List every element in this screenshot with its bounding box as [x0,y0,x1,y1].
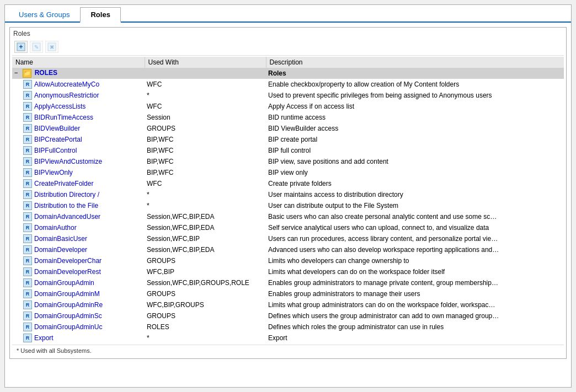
row-name: AllowAutocreateMyCo [34,80,99,88]
table-row[interactable]: R BIDRunTimeAccess Session BID runtime a… [12,112,564,123]
row-name: DomainGroupAdminUc [34,323,102,331]
row-name: DomainGroupAdminM [34,290,100,298]
row-usedwith: BIP,WFC [145,134,266,145]
table-row[interactable]: R DomainAdvancedUser Session,WFC,BIP,EDA… [12,211,564,222]
row-desc: Enables group administrators to manage t… [266,288,564,299]
table-row[interactable]: R CreatePrivateFolder WFC Create private… [12,178,564,189]
role-icon: R [23,135,32,144]
row-usedwith: * [145,189,266,200]
row-usedwith: BIP,WFC [145,156,266,167]
row-usedwith: BIP,WFC [145,145,266,156]
role-icon: R [23,146,32,155]
tab-roles[interactable]: Roles [80,7,120,23]
table-row[interactable]: R DomainDeveloperRest WFC,BIP Limits wha… [12,266,564,277]
row-desc: Used to prevent specific privileges from… [266,90,564,101]
table-row[interactable]: R DomainGroupAdmin Session,WFC,BIP,GROUP… [12,277,564,288]
root-row-desc: Roles [266,68,564,79]
row-desc: BIP full control [266,145,564,156]
row-name: DomainDeveloperRest [34,268,101,276]
table-row[interactable]: R Distribution to the File * User can di… [12,200,564,211]
row-usedwith: Session [145,112,266,123]
col-header-name: Name [12,57,145,68]
table-row[interactable]: R BIPViewAndCustomize BIP,WFC BIP view, … [12,156,564,167]
row-desc: Export [266,332,564,343]
row-desc: BID ViewBuilder access [266,123,564,134]
row-usedwith: GROUPS [145,310,266,321]
edit-icon: ✎ [32,42,41,51]
row-name: BIDViewBuilder [34,125,80,132]
delete-role-button[interactable]: ✖ [45,41,58,53]
row-name: DomainGroupAdmin [34,279,94,287]
tree-collapse-icon[interactable]: − [14,69,21,76]
row-name: BIPFullControl [34,147,77,154]
row-name: BIDRunTimeAccess [34,114,93,121]
row-usedwith: BIP,WFC [145,167,266,178]
root-row-usedwith [145,68,266,79]
row-usedwith: * [145,90,266,101]
row-name: DomainAuthor [34,224,77,232]
row-name: AnonymousRestrictior [34,92,99,99]
row-desc: Users can run procedures, access library… [266,233,564,244]
table-row[interactable]: R Distribution Directory / * User mainta… [12,189,564,200]
row-desc: Defines which users the group administra… [266,310,564,321]
table-row[interactable]: R DomainBasicUser Session,WFC,BIP Users … [12,233,564,244]
row-usedwith: Session,WFC,BIP,EDA [145,211,266,222]
table-row[interactable]: R DomainGroupAdminSc GROUPS Defines whic… [12,310,564,321]
table-row[interactable]: R AllowAutocreateMyCo WFC Enable checkbo… [12,79,564,90]
table-row[interactable]: R DomainAuthor Session,WFC,BIP,EDA Self … [12,222,564,233]
row-desc: Apply Access if on access list [266,101,564,112]
row-desc: BIP view, save positions and add content [266,156,564,167]
table-row[interactable]: R AnonymousRestrictior * Used to prevent… [12,90,564,101]
row-usedwith: Session,WFC,BIP,GROUPS,ROLE [145,277,266,288]
table-row-root[interactable]: − 📁 ROLES Roles [12,68,564,79]
table-row[interactable]: R Export * Export [12,332,564,343]
table-row[interactable]: R ApplyAccessLists WFC Apply Access if o… [12,101,564,112]
table-row[interactable]: R BIPCreatePortal BIP,WFC BIP create por… [12,134,564,145]
table-row[interactable]: R BIDViewBuilder GROUPS BID ViewBuilder … [12,123,564,134]
roles-section: Roles + ✎ ✖ [9,27,567,359]
roles-toolbar: + ✎ ✖ [12,40,564,56]
row-name: BIPViewAndCustomize [34,158,102,165]
row-name: Distribution to the File [34,202,98,210]
edit-role-button[interactable]: ✎ [30,41,43,53]
table-row[interactable]: R BIPFullControl BIP,WFC BIP full contro… [12,145,564,156]
table-row[interactable]: R BIPViewOnly BIP,WFC BIP view only [12,167,564,178]
svg-text:+: + [19,43,23,51]
root-row-name: ROLES [35,69,57,77]
tab-users-groups[interactable]: Users & Groups [8,7,80,22]
row-desc: Limits who developers can change ownersh… [266,255,564,266]
role-icon: R [23,212,32,221]
row-desc: BIP view only [266,167,564,178]
table-row[interactable]: R DomainDeveloperChar GROUPS Limits who … [12,255,564,266]
footer-note: * Used with all Subsystems. [12,345,564,356]
role-icon: R [23,91,32,100]
role-icon: R [23,234,32,243]
role-icon: R [23,201,32,210]
row-usedwith: WFC [145,101,266,112]
table-row[interactable]: R DomainDeveloper Session,WFC,BIP,EDA Ad… [12,244,564,255]
table-row[interactable]: R DomainGroupAdminRe WFC,BIP,GROUPS Limi… [12,299,564,310]
roles-table-scroll[interactable]: Name Used With Description − 📁 ROLES Rol… [12,57,564,343]
row-desc: User maintains access to distribution di… [266,189,564,200]
row-usedwith: WFC,BIP,GROUPS [145,299,266,310]
svg-text:✎: ✎ [34,44,39,50]
row-usedwith: * [145,332,266,343]
role-icon: R [23,312,32,320]
role-icon: R [23,334,32,342]
table-row[interactable]: R DomainGroupAdminUc ROLES Defines which… [12,321,564,332]
row-name: DomainDeveloper [34,246,87,254]
add-role-button[interactable]: + [14,41,28,53]
row-name: Distribution Directory / [34,191,99,198]
table-row[interactable]: R DomainGroupAdminM GROUPS Enables group… [12,288,564,299]
row-desc: Limits what developers can do on the wor… [266,266,564,277]
row-desc: Limits what group administrators can do … [266,299,564,310]
row-name: DomainDeveloperChar [34,257,102,265]
role-icon: R [23,223,32,232]
row-name: Export [34,334,54,342]
role-icon: R [23,245,32,254]
row-desc: Enables group administrators to manage p… [266,277,564,288]
row-desc: User can distribute output to the File S… [266,200,564,211]
svg-text:✖: ✖ [50,44,54,50]
row-usedwith: Session,WFC,BIP,EDA [145,244,266,255]
row-name: DomainAdvancedUser [34,213,100,221]
